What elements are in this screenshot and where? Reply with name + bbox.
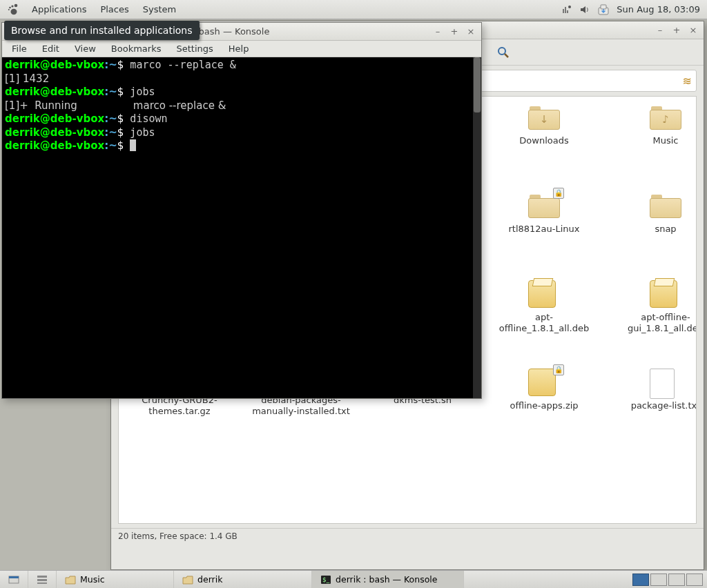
svg-line-9 <box>505 54 508 57</box>
lock-icon: 🔒 <box>553 188 564 199</box>
file-package-list-txt[interactable]: package-list.txt <box>605 364 697 453</box>
clear-icon[interactable]: ≋ <box>683 75 692 88</box>
panel-tray: Sun Aug 18, 03:09 <box>561 3 707 16</box>
fm-close-button[interactable]: × <box>688 26 698 35</box>
search-icon[interactable] <box>494 43 513 62</box>
workspace-1[interactable] <box>632 574 649 586</box>
network-icon[interactable] <box>561 4 572 15</box>
svg-point-2 <box>9 6 11 8</box>
panel-menu-places[interactable]: Places <box>93 0 135 19</box>
svg-text:$_: $_ <box>322 576 330 583</box>
updates-icon[interactable] <box>597 3 610 16</box>
svg-point-3 <box>8 9 10 10</box>
svg-rect-14 <box>37 582 47 584</box>
workspace-4[interactable] <box>686 574 703 586</box>
task-label: Music <box>80 574 105 585</box>
file-apt-offline-deb[interactable]: apt-offline_1.8.1_all.deb <box>483 276 605 364</box>
fm-status-bar: 20 items, Free space: 1.4 GB <box>111 528 704 543</box>
terminal-scrollbar[interactable] <box>473 57 481 398</box>
panel-menu-system[interactable]: System <box>136 0 183 19</box>
svg-point-5 <box>568 6 571 8</box>
bottom-taskbar: Music derrik $_ derrik : bash — Konsole <box>0 570 707 588</box>
menu-edit[interactable]: Edit <box>35 42 66 55</box>
terminal-area[interactable]: derrik@deb-vbox:~$ marco --replace & [1]… <box>2 57 481 398</box>
task-label: derrik <box>197 574 222 585</box>
task-label: derrik : bash — Konsole <box>336 574 438 585</box>
svg-point-0 <box>14 3 18 7</box>
folder-snap[interactable]: snap <box>605 188 697 276</box>
file-offline-apps-zip[interactable]: 🔒offline-apps.zip <box>483 364 605 453</box>
workspace-pager <box>628 574 707 586</box>
menu-settings[interactable]: Settings <box>169 42 220 55</box>
menu-bookmarks[interactable]: Bookmarks <box>104 42 168 55</box>
konsole-menubar: File Edit View Bookmarks Settings Help <box>2 41 481 57</box>
volume-icon[interactable] <box>579 4 590 15</box>
panel-clock[interactable]: Sun Aug 18, 03:09 <box>617 4 700 14</box>
menu-view[interactable]: View <box>68 42 103 55</box>
task-konsole[interactable]: $_ derrik : bash — Konsole <box>312 571 464 588</box>
menu-file[interactable]: File <box>5 42 34 55</box>
lock-icon: 🔒 <box>553 364 564 375</box>
gnome-foot-icon <box>6 2 21 17</box>
konsole-close-button[interactable]: × <box>466 27 476 37</box>
fm-minimize-button[interactable]: – <box>655 26 665 35</box>
task-derrik[interactable]: derrik <box>174 571 312 588</box>
folder-rtl8812au[interactable]: 🔒rtl8812au-Linux <box>483 188 605 276</box>
konsole-window: : bash — Konsole – + × File Edit View Bo… <box>1 22 482 399</box>
task-music[interactable]: Music <box>57 571 174 588</box>
konsole-maximize-button[interactable]: + <box>449 27 459 37</box>
fm-maximize-button[interactable]: + <box>672 26 681 35</box>
file-apt-offline-gui-deb[interactable]: apt-offline-gui_1.8.1_all.deb <box>605 276 697 364</box>
svg-point-4 <box>11 8 17 14</box>
workspace-3[interactable] <box>668 574 685 586</box>
konsole-title: : bash — Konsole <box>188 26 273 37</box>
svg-point-8 <box>498 48 505 55</box>
top-panel: Applications Places System Sun Aug 18, 0… <box>0 0 707 19</box>
panel-menu-applications[interactable]: Applications <box>25 0 93 19</box>
menu-help[interactable]: Help <box>222 42 256 55</box>
applications-tooltip: Browse and run installed applications <box>4 21 200 40</box>
folder-music[interactable]: ♪Music <box>605 99 697 188</box>
svg-rect-11 <box>9 576 19 578</box>
konsole-minimize-button[interactable]: – <box>433 27 443 37</box>
svg-point-1 <box>11 5 13 7</box>
window-list-toggle[interactable] <box>28 571 57 588</box>
svg-rect-7 <box>601 5 606 9</box>
workspace-2[interactable] <box>650 574 667 586</box>
svg-rect-12 <box>37 576 47 578</box>
folder-downloads[interactable]: ↓Downloads <box>483 99 605 188</box>
show-desktop-button[interactable] <box>0 571 28 588</box>
svg-rect-13 <box>37 579 47 581</box>
